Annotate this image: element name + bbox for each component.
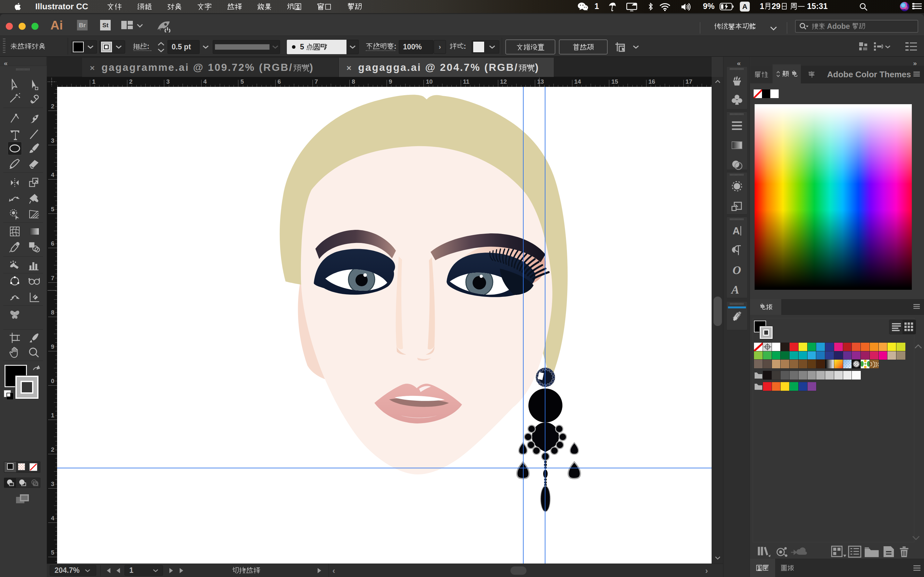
svg-text:A: A <box>732 226 740 237</box>
svg-text:A: A <box>731 283 740 296</box>
svg-text:O: O <box>732 263 741 277</box>
